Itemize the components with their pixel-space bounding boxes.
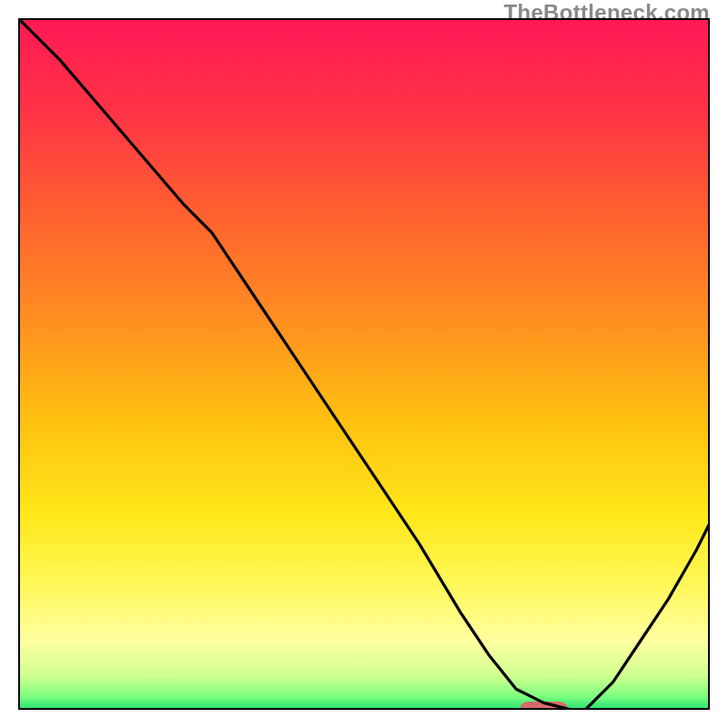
plot-area	[18, 18, 710, 710]
chart-background	[18, 18, 710, 710]
chart-svg	[18, 18, 710, 710]
chart-container: TheBottleneck.com	[0, 0, 728, 728]
